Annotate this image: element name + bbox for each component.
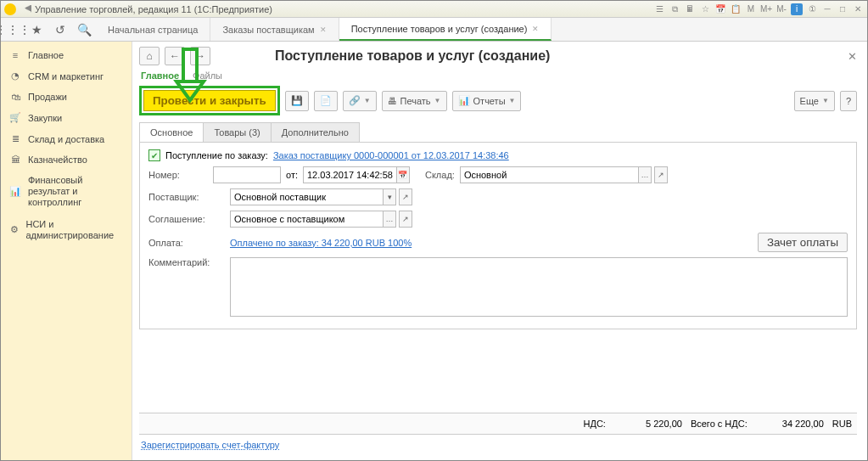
totals-bar: НДС: 5 220,00 Всего с НДС: 34 220,00 RUB <box>139 413 857 435</box>
more-button[interactable]: Еще▼ <box>794 91 835 111</box>
tab-start[interactable]: Начальная страница <box>96 18 210 41</box>
number-label: Номер: <box>148 170 208 180</box>
payment-link[interactable]: Оплачено по заказу: 34 220,00 RUB 100% <box>230 238 412 248</box>
forward-button[interactable]: → <box>190 47 210 65</box>
post-and-close-button[interactable]: Провести и закрыть <box>143 90 276 111</box>
close-tab-icon[interactable]: ✕ <box>320 25 327 34</box>
main-tab-row: ⋮⋮⋮ ★ ↺ 🔍 Начальная страница Заказы пост… <box>1 18 867 42</box>
minimize-icon[interactable]: ─ <box>821 3 833 15</box>
subtab-files[interactable]: Файлы <box>193 70 222 81</box>
page-subtabs: Главное Файлы <box>139 70 857 81</box>
command-toolbar: Провести и закрыть 💾 📄 🔗▼ 🖶 Печать▼ 📊 От… <box>139 86 857 115</box>
sidebar-item-treasury[interactable]: 🏛Казначейство <box>1 149 132 170</box>
close-tab-icon[interactable]: ✕ <box>532 25 539 33</box>
calculator-icon[interactable]: 🖩 <box>684 3 696 15</box>
pie-icon: ◔ <box>9 70 21 82</box>
create-based-button[interactable]: 🔗▼ <box>343 91 377 111</box>
agreement-label: Соглашение: <box>148 214 225 224</box>
supplier-input[interactable] <box>230 188 383 205</box>
select-button[interactable]: … <box>383 211 396 228</box>
calendar-icon[interactable]: 📋 <box>730 3 742 15</box>
info-icon[interactable]: i <box>791 3 803 15</box>
toolbar-icon[interactable]: ⧉ <box>669 3 680 15</box>
vat-value: 5 220,00 <box>614 419 682 429</box>
list-icon: ≡ <box>9 50 21 60</box>
number-input[interactable] <box>213 166 281 183</box>
tab-goods[interactable]: Товары (3) <box>203 122 271 142</box>
select-button[interactable]: … <box>638 166 652 183</box>
sidebar-item-sales[interactable]: 🛍Продажи <box>1 87 132 107</box>
app-logo-icon <box>4 3 16 15</box>
comment-textarea[interactable] <box>230 257 848 317</box>
subtab-main[interactable]: Главное <box>141 70 179 81</box>
help-icon[interactable]: ① <box>806 3 818 15</box>
save-button[interactable]: 💾 <box>285 91 309 111</box>
open-button[interactable]: ↗ <box>399 211 412 228</box>
order-link[interactable]: Заказ поставщику 0000-000001 от 12.03.20… <box>273 150 509 160</box>
date-input[interactable] <box>303 166 396 183</box>
vat-label: НДС: <box>584 419 606 429</box>
chart-icon: 📊 <box>9 186 21 197</box>
print-button[interactable]: 🖶 Печать▼ <box>382 91 447 111</box>
form-area: ✔ Поступление по заказу: Заказ поставщик… <box>139 143 857 329</box>
warehouse-input[interactable] <box>460 166 638 183</box>
toolbar-icon[interactable]: ☰ <box>653 3 665 15</box>
open-button[interactable]: ↗ <box>399 188 412 205</box>
apps-icon[interactable]: ⋮⋮⋮ <box>1 18 25 41</box>
favorite-icon[interactable]: ☆ <box>699 3 711 15</box>
window-title: Управление торговлей, редакция 11 (1С:Пр… <box>35 4 272 14</box>
highlight-frame: Провести и закрыть <box>139 86 280 115</box>
back-icon[interactable]: ⯇ <box>23 3 35 15</box>
order-label: Поступление по заказу: <box>165 150 268 160</box>
page-title: Поступление товаров и услуг (создание) <box>275 48 550 64</box>
comment-label: Комментарий: <box>148 257 225 267</box>
register-invoice-link[interactable]: Зарегистрировать счет-фактуру <box>141 440 279 450</box>
back-button[interactable]: ← <box>165 47 185 65</box>
cart-icon: 🛒 <box>9 112 21 123</box>
tab-extra[interactable]: Дополнительно <box>271 122 360 142</box>
close-page-icon[interactable]: ✕ <box>848 50 857 63</box>
dropdown-icon[interactable]: ▾ <box>383 188 396 205</box>
calendar-icon[interactable]: 📅 <box>714 3 726 15</box>
star-icon[interactable]: ★ <box>25 18 48 41</box>
payment-label: Оплата: <box>148 238 225 248</box>
sidebar-item-main[interactable]: ≡Главное <box>1 45 132 65</box>
currency-label: RUB <box>832 419 852 429</box>
agreement-input[interactable] <box>230 211 383 228</box>
form-tabs: Основное Товары (3) Дополнительно <box>139 122 857 143</box>
tab-orders[interactable]: Заказы поставщикам✕ <box>210 18 339 41</box>
bag-icon: 🛍 <box>9 92 21 102</box>
tab-receipt[interactable]: Поступление товаров и услуг (создание)✕ <box>339 18 552 41</box>
calendar-button[interactable]: 📅 <box>396 166 410 183</box>
post-button[interactable]: 📄 <box>314 91 338 111</box>
m-minus-icon[interactable]: M- <box>776 3 787 15</box>
m-icon[interactable]: M <box>745 3 757 15</box>
home-button[interactable]: ⌂ <box>139 47 160 65</box>
reports-button[interactable]: 📊 Отчеты▼ <box>452 91 522 111</box>
search-icon[interactable]: 🔍 <box>72 18 96 41</box>
sidebar-item-admin[interactable]: ⚙НСИ и администрирование <box>1 214 132 246</box>
total-label: Всего с НДС: <box>691 419 748 429</box>
sidebar-item-purchases[interactable]: 🛒Закупки <box>1 107 132 128</box>
main-content: ⌂ ← → Поступление товаров и услуг (созда… <box>132 42 867 460</box>
open-button[interactable]: ↗ <box>654 166 668 183</box>
gear-icon: ⚙ <box>9 224 19 235</box>
stack-icon: ≣ <box>9 133 21 144</box>
window-titlebar: ⯇ Управление торговлей, редакция 11 (1С:… <box>1 1 867 18</box>
tab-basic[interactable]: Основное <box>139 122 204 142</box>
history-icon[interactable]: ↺ <box>48 18 72 41</box>
close-icon[interactable]: ✕ <box>852 3 864 15</box>
section-sidebar: ≡Главное ◔CRM и маркетинг 🛍Продажи 🛒Заку… <box>1 42 132 460</box>
offset-payment-button[interactable]: Зачет оплаты <box>758 233 848 252</box>
sidebar-item-crm[interactable]: ◔CRM и маркетинг <box>1 65 132 87</box>
from-label: от: <box>286 170 298 180</box>
sidebar-item-warehouse[interactable]: ≣Склад и доставка <box>1 128 132 149</box>
m-plus-icon[interactable]: M+ <box>760 3 772 15</box>
bank-icon: 🏛 <box>9 155 21 165</box>
order-checkbox[interactable]: ✔ <box>148 149 160 161</box>
help-button[interactable]: ? <box>840 91 857 111</box>
sidebar-item-finance[interactable]: 📊Финансовый результат и контроллинг <box>1 170 132 214</box>
maximize-icon[interactable]: □ <box>837 3 848 15</box>
warehouse-label: Склад: <box>425 170 455 180</box>
supplier-label: Поставщик: <box>148 192 225 202</box>
